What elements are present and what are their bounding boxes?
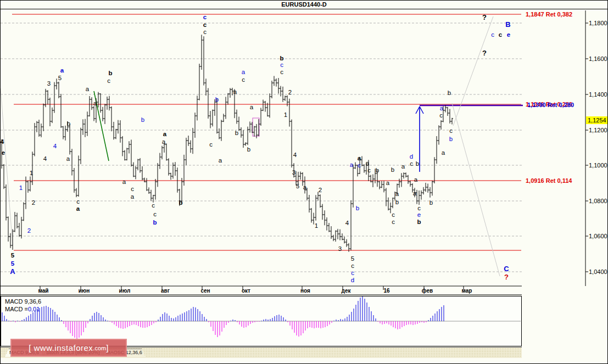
wave-label: c [131,186,134,192]
wave-label: b [215,96,219,103]
wave-label: a [440,105,444,111]
up-arrow-head [420,107,423,114]
wave-label: a [413,190,417,197]
wave-label: 4 [293,152,297,158]
wave-label: a [131,193,135,200]
wave-label: a [233,88,237,95]
wave-label: c [358,162,361,169]
wave-label: a [401,163,405,170]
wave-label: b [417,219,421,225]
price-axis-label: 1,1600 [589,55,607,62]
wave-label: ? [504,273,509,281]
wave-label: 5 [11,252,15,259]
wave-label: c [439,112,443,119]
price-axis-label: 1,1400 [589,91,607,98]
wave-label: c [449,127,453,134]
wave-label: b [416,160,419,167]
wave-label: a [350,161,354,168]
price-axis-label: 1,1000 [589,162,607,169]
month-label: июл [119,288,131,294]
month-label: мар [462,288,472,294]
wave-label: 3 [292,169,295,176]
wave-label: b [449,136,453,142]
up-arrow-head [416,107,420,114]
wave-label: 3 [338,245,342,252]
wave-label: e [2,149,5,156]
wave-label: c [203,29,207,35]
chart-canvas[interactable]: майиюниюлавгсеноктноядек16февмар1,18001,… [1,1,608,364]
wave-label: 5 [296,183,299,189]
month-label: май [38,288,49,294]
wave-label: a [303,184,307,191]
wave-label: 2 [319,187,322,193]
wave-label: c [280,69,283,75]
macd-current-value: 0,01 [28,306,40,312]
wave-label: a [163,131,167,137]
wave-label: a [358,155,361,161]
wave-label: b [67,120,70,127]
wave-label: c [491,31,494,38]
wave-label: a [76,205,80,212]
month-label: июн [79,288,90,294]
wave-label: c [410,160,413,167]
wave-label: b [108,70,112,76]
wave-label: c [392,211,395,218]
fib-level-label-overlap: 1,1390 Ret 0,280 [527,102,574,108]
wave-label: c [351,262,354,269]
wave-label: c [203,14,207,20]
wave-label: b [391,166,394,173]
fib-level-label: 1,1847 Ret 0,382 [526,11,572,18]
price-axis-label: 1,0800 [589,198,607,204]
wave-label: c [367,167,371,173]
wave-label: c [417,205,421,211]
wave-label: b [376,167,379,173]
wave-label: b [141,116,144,123]
wave-label: 1 [19,184,23,191]
wave-label: e [507,31,510,38]
price-axis-label: 1,1800 [589,20,607,26]
watermark-text: [ www.instaforex [29,343,93,352]
month-label: окт [242,288,250,294]
wave-label: b [280,55,283,61]
wave-label: c [203,21,207,28]
instaforex-watermark: [ www.instaforex.com ] [10,339,127,357]
chart-window: EURUSD1440-D майиюниюлавгсеноктноядек16ф… [0,0,608,364]
wave-label: a [219,157,222,164]
wave-label: a [414,176,418,183]
wave-label: a [162,138,166,145]
wave-label: a [86,86,90,92]
month-label: 16 [383,288,390,294]
wave-label: 2 [32,199,35,206]
wave-label: 4 [43,155,47,162]
wave-label: a [66,155,70,162]
wave-label: c [499,31,503,38]
wave-label: ? [482,49,487,57]
wave-label: d [410,153,413,160]
wave-label: c [242,76,245,83]
wave-label: c [107,77,110,84]
wave-label: d [351,277,354,283]
wave-label: a [366,160,370,166]
price-axis-label: 1,1200 [589,127,607,133]
wave-label: 5 [351,255,354,262]
wave-label: 3 [47,80,51,87]
wave-label: c [153,211,157,217]
current-price-tag: 1,1254 [586,116,608,124]
watermark-bracket: ] [106,343,109,352]
wave-label: 5 [11,260,15,267]
gray-projection-line [1,88,13,245]
wave-label: A [10,267,15,276]
wave-label: c [152,202,155,209]
macd-indicator-labels: MACD 9,36,6 MACD =0,01 [5,298,41,313]
wave-label: 4 [345,220,349,226]
month-label: сен [200,288,210,294]
month-label: фев [422,288,433,294]
wave-label: a [93,100,97,107]
wave-label: b [356,205,359,211]
wave-label: b [235,130,238,136]
wave-label: 2 [288,89,292,96]
wave-label: b [429,199,433,206]
chart-title-bar: EURUSD1440-D [1,1,607,9]
wave-label: 4 [1,138,4,145]
wave-label: 1 [284,111,287,118]
